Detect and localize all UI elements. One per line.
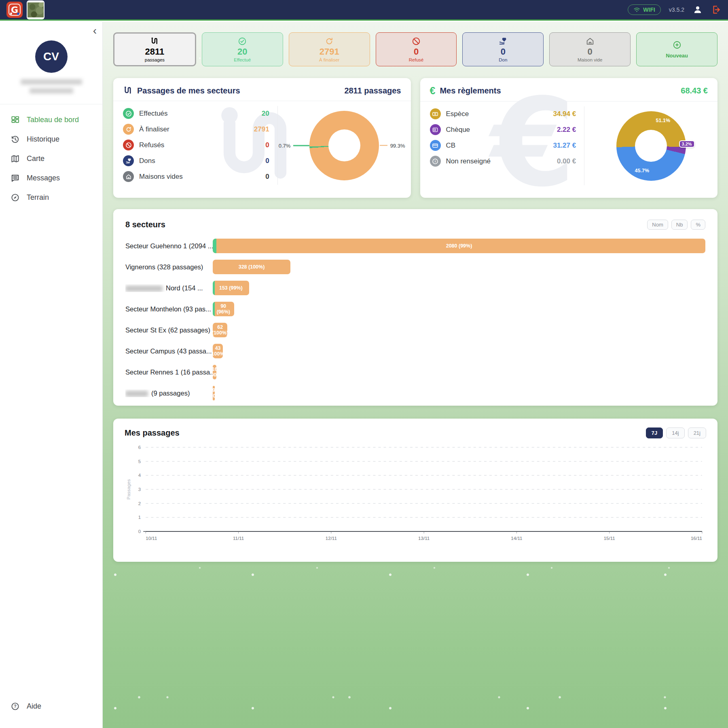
secteur-bar-zone: 2080 (99%) (213, 239, 705, 253)
message-icon (11, 174, 20, 183)
sidebar-collapse-button[interactable]: ‹ (93, 25, 97, 36)
list-item-value: 20 (262, 110, 269, 118)
secteur-row[interactable]: Secteur Campus (43 passa... 43 (100%) (125, 344, 705, 358)
green-callout-line (293, 145, 309, 146)
svg-text:0: 0 (138, 529, 141, 534)
block-icon (123, 140, 134, 150)
secteur-row[interactable]: (9 passages) 9 (100%) (125, 386, 705, 400)
stat-card-a-finaliser[interactable]: 2791 À finaliser (289, 32, 370, 66)
secteur-bar-effectues-segment (213, 281, 215, 295)
heart-hand-icon (123, 155, 134, 166)
list-item-label: Non renseigné (446, 157, 557, 165)
list-item-label: À finaliser (139, 125, 254, 133)
compass-icon (11, 193, 20, 202)
sidebar-item-historique[interactable]: Historique (0, 129, 102, 149)
svg-text:?: ? (14, 704, 16, 709)
secteur-bar-value-label: 90 (96%) (213, 303, 234, 315)
sort-by-count-button[interactable]: Nb (671, 220, 688, 230)
refresh-icon (325, 36, 334, 46)
list-item-value: 34.94 € (553, 110, 576, 118)
reglements-donut-chart (616, 111, 686, 181)
secteur-row[interactable]: Secteur Monthelon (93 pas... 90 (96%) (125, 302, 705, 316)
period-7d-button[interactable]: 7J (646, 427, 663, 438)
donut-big-slice-label: 99.3% (380, 142, 405, 148)
secteur-bar-value-label: 153 (99%) (218, 285, 243, 291)
house-icon (123, 171, 134, 182)
map-thumbnail[interactable] (27, 0, 44, 19)
secteur-bar[interactable]: 16 (100%) (213, 365, 216, 379)
sidebar-nav: Tableau de bord Historique Carte Message… (0, 110, 102, 207)
period-14d-button[interactable]: 14j (666, 427, 684, 438)
list-item-value: 0 (265, 141, 269, 149)
stat-card-effectue[interactable]: 20 Effectué (202, 32, 283, 66)
secteur-bar-value-label: 16 (100%) (213, 366, 216, 378)
stat-value: 2791 (320, 47, 339, 57)
avatar[interactable]: CV (35, 40, 68, 73)
secteur-row[interactable]: Secteur Guehenno 1 (2094 ... 2080 (99%) (125, 239, 705, 253)
user-icon[interactable] (692, 4, 703, 15)
reglements-total: 68.43 € (681, 86, 708, 95)
stat-card-maison-vide[interactable]: 0 Maison vide (549, 32, 631, 66)
secteur-row[interactable]: Secteur St Ex (62 passages) 62 (100%) (125, 323, 705, 337)
secteur-bar-zone: 90 (96%) (213, 302, 705, 316)
list-item-value: 0.00 € (557, 157, 576, 165)
sidebar-item-aide[interactable]: ? Aide (0, 696, 102, 716)
svg-text:6: 6 (138, 445, 141, 450)
redacted-text (125, 286, 163, 292)
passages-total: 2811 passages (344, 86, 401, 95)
stat-label: À finaliser (319, 57, 340, 62)
sidebar-item-terrain[interactable]: Terrain (0, 188, 102, 207)
list-item-label: Refusés (139, 141, 265, 149)
passages-secteurs-card: Passages de mes secteurs 2811 passages E… (113, 78, 411, 198)
secteur-row[interactable]: Vignerons (328 passages) 328 (100%) (125, 260, 705, 274)
secteur-bar[interactable]: 62 (100%) (213, 323, 227, 337)
sidebar-item-carte[interactable]: Carte (0, 149, 102, 168)
secteurs-title: 8 secteurs (125, 220, 644, 229)
secteur-bar-effectues-segment (213, 239, 216, 253)
secteur-bar-zone: 16 (100%) (213, 365, 705, 379)
secteur-bar[interactable]: 9 (100%) (213, 386, 215, 400)
stat-card-passages[interactable]: 2811 passages (113, 32, 196, 66)
passages-donut-area: 0.7% 99.3% (278, 101, 411, 190)
logout-icon[interactable] (711, 4, 722, 15)
app-logo[interactable]: G (6, 2, 23, 18)
secteurs-bar-list: Secteur Guehenno 1 (2094 ... 2080 (99%) … (125, 239, 705, 400)
route-icon (150, 36, 159, 46)
secteur-bar[interactable]: 328 (100%) (213, 260, 290, 274)
stat-card-refuse[interactable]: 0 Refusé (376, 32, 457, 66)
new-passage-button[interactable]: Nouveau (636, 32, 717, 66)
map-thumbnail-image (28, 2, 44, 17)
card-icon (430, 140, 441, 151)
stat-value: 20 (237, 47, 247, 57)
sidebar-item-messages[interactable]: Messages (0, 168, 102, 188)
secteur-row[interactable]: Nord (154 ... 153 (99%) (125, 281, 705, 295)
passages-donut-chart (309, 111, 379, 180)
secteur-row[interactable]: Secteur Rennes 1 (16 passa... 16 (100%) (125, 365, 705, 379)
period-21d-button[interactable]: 21j (688, 427, 706, 438)
help-icon: ? (11, 702, 20, 711)
secteur-bar-zone: 328 (100%) (213, 260, 705, 274)
secteur-bar[interactable]: 43 (100%) (213, 344, 223, 358)
stat-card-don[interactable]: 0 Don (462, 32, 544, 66)
list-item-label: Chèque (446, 126, 557, 134)
secteur-bar-value-label: 43 (100%) (213, 345, 223, 357)
secteur-label: Secteur Campus (43 passa... (125, 347, 213, 355)
svg-text:15/11: 15/11 (604, 536, 615, 541)
list-item: Dons 0 (123, 155, 269, 166)
list-item: Maisons vides 0 (123, 171, 269, 182)
secteur-bar[interactable]: 153 (99%) (213, 281, 249, 295)
svg-text:11/11: 11/11 (233, 536, 244, 541)
banknote-icon (430, 108, 441, 119)
sort-by-percent-button[interactable]: % (691, 220, 705, 230)
svg-text:5: 5 (138, 459, 141, 464)
mes-passages-card: Mes passages 7J 14j 21j 012345610/1111/1… (113, 419, 717, 562)
secteur-bar[interactable]: 90 (96%) (213, 302, 234, 316)
sidebar-item-tableau-de-bord[interactable]: Tableau de bord (0, 110, 102, 129)
svg-text:13/11: 13/11 (418, 536, 430, 541)
sort-by-name-button[interactable]: Nom (647, 220, 668, 230)
map-icon (11, 154, 20, 163)
sidebar-item-label: Historique (27, 135, 59, 144)
block-icon (412, 36, 421, 46)
secteur-bar[interactable]: 2080 (99%) (213, 239, 705, 253)
secteur-label: Secteur Guehenno 1 (2094 ... (125, 242, 213, 250)
